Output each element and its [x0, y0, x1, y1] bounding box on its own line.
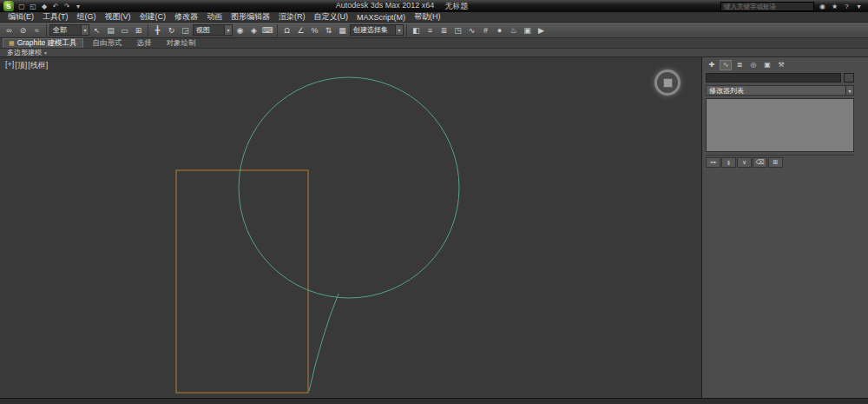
- selection-region-icon[interactable]: ▭: [118, 23, 131, 36]
- select-and-scale-icon[interactable]: ◲: [179, 23, 192, 36]
- modifier-list-dropdown[interactable]: 修改器列表 ▾: [706, 85, 854, 96]
- infocenter-search-icon[interactable]: ◉: [817, 1, 828, 11]
- select-and-rotate-icon[interactable]: ↻: [165, 23, 178, 36]
- configure-modifier-sets-button[interactable]: ⊞: [768, 157, 783, 168]
- snap-toggle-3d-icon[interactable]: Ω: [280, 23, 293, 36]
- quick-access-more-icon[interactable]: ▾: [73, 1, 83, 11]
- menu-item[interactable]: 图形编辑器: [227, 11, 274, 23]
- chevron-down-icon[interactable]: ▾: [44, 50, 47, 56]
- render-production-icon[interactable]: ▶: [535, 23, 548, 36]
- undo-icon[interactable]: ↶: [50, 1, 61, 11]
- menu-item[interactable]: 组(G): [73, 11, 101, 23]
- modifier-stack-buttons: ⊶‖∨⌫⊞: [706, 155, 854, 168]
- menu-item[interactable]: 创建(C): [135, 11, 171, 23]
- save-file-icon[interactable]: ◆: [39, 1, 49, 11]
- object-name-input[interactable]: [706, 73, 841, 83]
- render-setup-icon[interactable]: ♨: [507, 23, 520, 36]
- tab-motion[interactable]: ◎: [747, 60, 760, 70]
- layer-manager-icon[interactable]: ≣: [437, 23, 450, 36]
- object-name-row: [706, 73, 854, 83]
- transform-tools-group: ╋↻◲: [151, 23, 192, 36]
- window-crossing-icon[interactable]: ⊞: [132, 23, 145, 36]
- help-icon[interactable]: ?: [841, 1, 852, 11]
- app-title: Autodesk 3ds Max 2012 x64: [336, 1, 435, 12]
- tab-utilities[interactable]: ⚒: [775, 60, 787, 70]
- toolbar-separator: [406, 24, 407, 36]
- unlink-selection-icon[interactable]: ⊘: [16, 23, 30, 36]
- chevron-down-icon[interactable]: ▾: [853, 1, 865, 11]
- command-panel: ✚∿≣◎▣⚒ 修改器列表 ▾ ⊶‖∨⌫⊞: [702, 57, 868, 398]
- select-by-name-icon[interactable]: ▤: [104, 23, 117, 36]
- viewport-label-segment[interactable]: [+]: [5, 60, 14, 71]
- tab-modify[interactable]: ∿: [720, 60, 732, 70]
- spline-rectangle[interactable]: [176, 170, 308, 393]
- tab-hierarchy[interactable]: ≣: [733, 60, 746, 70]
- remove-modifier-button[interactable]: ⌫: [753, 157, 767, 168]
- redo-icon[interactable]: ↷: [62, 1, 72, 11]
- chevron-down-icon: ▾: [81, 25, 89, 35]
- menu-item[interactable]: 视图(V): [101, 11, 135, 23]
- ribbon-tab[interactable]: ▦ Graphite 建模工具: [3, 38, 83, 48]
- ribbon-tab[interactable]: 选择: [129, 38, 157, 48]
- menu-item[interactable]: MAXScript(M): [352, 13, 410, 22]
- tab-display[interactable]: ▣: [761, 60, 773, 70]
- spline-circle[interactable]: [239, 77, 459, 298]
- modifier-stack[interactable]: [706, 98, 854, 152]
- infocenter-search-input[interactable]: [720, 2, 814, 11]
- schematic-view-icon[interactable]: #: [479, 23, 492, 36]
- selection-filter-dropdown[interactable]: 全部 ▾: [49, 24, 89, 36]
- edit-named-sets-icon[interactable]: ▦: [336, 23, 349, 36]
- viewport-label-segment[interactable]: [顶]: [15, 60, 27, 71]
- tab-create[interactable]: ✚: [706, 60, 718, 70]
- bind-to-space-warp-icon[interactable]: ≈: [30, 23, 43, 36]
- window-title: Autodesk 3ds Max 2012 x64 无标题: [86, 1, 718, 12]
- menu-item[interactable]: 帮助(H): [410, 11, 445, 23]
- ribbon-tab[interactable]: 对象绘制: [159, 38, 201, 48]
- menu-item[interactable]: 编辑(E): [3, 11, 38, 23]
- open-file-icon[interactable]: ◱: [28, 1, 38, 11]
- ribbon-panel-label[interactable]: 多边形建模: [7, 48, 42, 57]
- select-and-link-icon[interactable]: ∞: [3, 23, 16, 36]
- align-icon[interactable]: ≡: [424, 23, 437, 36]
- pin-stack-button[interactable]: ⊶: [706, 157, 720, 168]
- viewport-top[interactable]: [+][顶][线框]: [0, 57, 702, 398]
- chevron-down-icon: ▾: [395, 25, 403, 35]
- viewcube-top-face[interactable]: [663, 78, 673, 88]
- use-pivot-point-icon[interactable]: ◉: [233, 23, 247, 36]
- object-color-swatch[interactable]: [844, 73, 854, 83]
- make-unique-button[interactable]: ∨: [737, 157, 752, 168]
- favorites-star-icon[interactable]: ★: [829, 1, 840, 11]
- status-bar: [0, 398, 868, 404]
- show-end-result-button[interactable]: ‖: [721, 157, 736, 168]
- viewport-label-segment[interactable]: [线框]: [28, 60, 48, 71]
- select-and-manipulate-icon[interactable]: ◈: [247, 23, 260, 36]
- curve-editor-icon[interactable]: ∿: [465, 23, 478, 36]
- select-object-icon[interactable]: ↖: [90, 23, 103, 36]
- new-scene-icon[interactable]: ▢: [16, 1, 27, 11]
- graphite-toggle-icon[interactable]: ◳: [451, 23, 464, 36]
- keyboard-override-icon[interactable]: ⌨: [261, 23, 274, 36]
- ribbon-tab[interactable]: 自由形式: [85, 38, 128, 48]
- spline-curve[interactable]: [309, 294, 339, 391]
- toolbar-separator: [46, 24, 47, 36]
- viewport-canvas[interactable]: [0, 57, 702, 398]
- mirror-icon[interactable]: ◧: [410, 23, 423, 36]
- menu-item[interactable]: 修改器: [170, 11, 202, 23]
- material-editor-icon[interactable]: ●: [493, 23, 506, 36]
- ribbon-tab-label: 选择: [137, 38, 152, 49]
- viewcube[interactable]: [654, 70, 681, 96]
- app-menu-button[interactable]: S: [3, 1, 14, 11]
- menu-item[interactable]: 渲染(R): [274, 11, 310, 23]
- menu-item[interactable]: 动画: [202, 11, 227, 23]
- percent-snap-icon[interactable]: %: [308, 23, 321, 36]
- menu-item[interactable]: 工具(T): [38, 11, 73, 23]
- angle-snap-icon[interactable]: ∠: [294, 23, 307, 36]
- named-selection-sets-dropdown[interactable]: 创建选择集 ▾: [350, 24, 404, 36]
- reference-coordinate-dropdown[interactable]: 视图 ▾: [193, 24, 233, 36]
- menu-item[interactable]: 自定义(U): [310, 11, 353, 23]
- spinner-snap-icon[interactable]: ⇅: [322, 23, 335, 36]
- select-and-move-icon[interactable]: ╋: [151, 23, 164, 36]
- quick-access-toolbar: ▢◱◆↶↷▾: [16, 1, 83, 11]
- rendered-frame-icon[interactable]: ▣: [521, 23, 534, 36]
- reference-coordinate-value: 视图: [196, 25, 210, 35]
